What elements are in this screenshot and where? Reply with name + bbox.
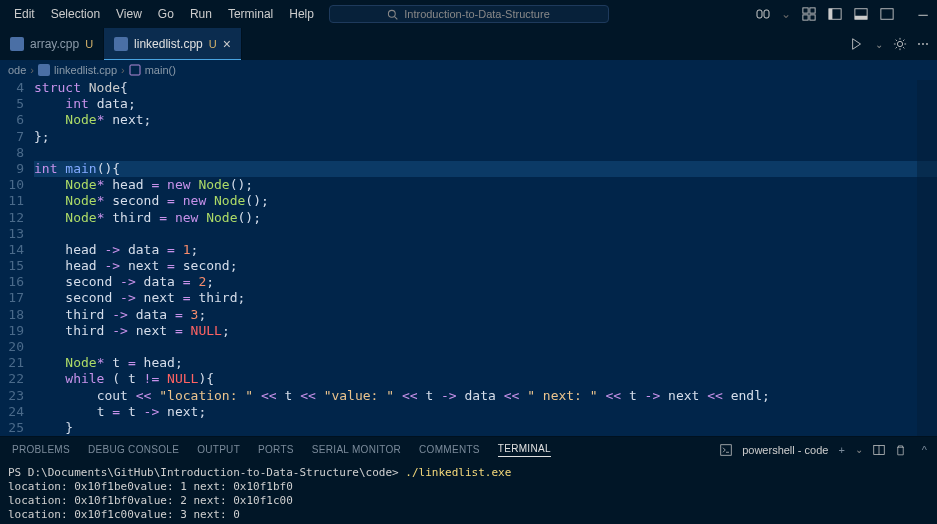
code-line[interactable]: Node* t = head; bbox=[34, 355, 937, 371]
code-line[interactable]: second -> data = 2; bbox=[34, 274, 937, 290]
new-terminal-icon[interactable]: + bbox=[838, 444, 844, 456]
code-line[interactable]: head -> next = second; bbox=[34, 258, 937, 274]
panel-tab-debug-console[interactable]: DEBUG CONSOLE bbox=[88, 444, 179, 455]
terminal-line: location: 0x10f1be0value: 1 next: 0x10f1… bbox=[8, 480, 929, 494]
editor-tab-bar: array.cppUlinkedlist.cppU× ⌄ ⋯ bbox=[0, 28, 937, 60]
menu-selection[interactable]: Selection bbox=[43, 3, 108, 25]
svg-rect-16 bbox=[130, 65, 140, 75]
terminal-output[interactable]: PS D:\Documents\GitHub\Introduction-to-D… bbox=[0, 462, 937, 524]
search-icon bbox=[387, 9, 398, 20]
cpp-file-icon bbox=[38, 64, 50, 76]
code-line[interactable]: third -> next = NULL; bbox=[34, 323, 937, 339]
svg-rect-6 bbox=[803, 15, 808, 20]
terminal-line: location: 0x10f1c00value: 3 next: 0 bbox=[8, 508, 929, 522]
code-line[interactable]: struct Node{ bbox=[34, 80, 937, 96]
editor[interactable]: 4567891011121314151617181920212223242526… bbox=[0, 80, 937, 436]
symbol-method-icon bbox=[129, 64, 141, 76]
terminal-command: ./linkedlist.exe bbox=[405, 466, 511, 479]
breadcrumb-file: linkedlist.cpp bbox=[54, 64, 117, 76]
kill-terminal-icon[interactable] bbox=[895, 444, 906, 456]
terminal-shell-label[interactable]: powershell - code bbox=[742, 444, 828, 456]
code-area[interactable]: struct Node{ int data; Node* next;};int … bbox=[34, 80, 937, 436]
tab-label: linkedlist.cpp bbox=[134, 37, 203, 51]
minimap[interactable] bbox=[917, 80, 937, 436]
code-line[interactable]: second -> next = third; bbox=[34, 290, 937, 306]
svg-rect-7 bbox=[810, 15, 815, 20]
svg-rect-17 bbox=[721, 444, 732, 455]
code-line[interactable] bbox=[34, 339, 937, 355]
menu-run[interactable]: Run bbox=[182, 3, 220, 25]
code-line[interactable]: Node* next; bbox=[34, 112, 937, 128]
title-bar: EditSelectionViewGoRunTerminalHelp ← → I… bbox=[0, 0, 937, 28]
terminal-line: location: 0x10f1bf0value: 2 next: 0x10f1… bbox=[8, 494, 929, 508]
line-number-gutter: 4567891011121314151617181920212223242526 bbox=[0, 80, 34, 436]
tab-modified-badge: U bbox=[85, 38, 93, 50]
maximize-panel-icon[interactable]: ^ bbox=[922, 444, 927, 456]
layout-panel-icon[interactable] bbox=[853, 6, 869, 22]
menu-bar: EditSelectionViewGoRunTerminalHelp bbox=[6, 3, 322, 25]
svg-rect-13 bbox=[890, 9, 894, 20]
code-line[interactable]: }; bbox=[34, 129, 937, 145]
svg-rect-11 bbox=[855, 16, 867, 20]
breadcrumb[interactable]: ode › linkedlist.cpp › main() bbox=[0, 60, 937, 80]
search-placeholder: Introduction-to-Data-Structure bbox=[404, 8, 550, 20]
code-line[interactable] bbox=[34, 145, 937, 161]
panel-tab-comments[interactable]: COMMENTS bbox=[419, 444, 480, 455]
code-line[interactable]: while ( t != NULL){ bbox=[34, 371, 937, 387]
svg-point-14 bbox=[897, 41, 902, 46]
copilot-chevron-icon[interactable]: ⌄ bbox=[781, 7, 791, 21]
close-icon[interactable]: × bbox=[223, 36, 231, 52]
settings-gear-icon[interactable] bbox=[893, 37, 907, 51]
code-line[interactable]: int main(){ bbox=[34, 161, 937, 177]
code-line[interactable]: } bbox=[34, 420, 937, 436]
terminal-shell-icon[interactable] bbox=[720, 444, 732, 456]
svg-rect-3 bbox=[764, 10, 769, 18]
cpp-file-icon bbox=[114, 37, 128, 51]
editor-tab[interactable]: linkedlist.cppU× bbox=[104, 28, 242, 60]
more-actions-icon[interactable]: ⋯ bbox=[917, 37, 929, 51]
layout-customize-icon[interactable] bbox=[801, 6, 817, 22]
svg-rect-5 bbox=[810, 8, 815, 13]
panel-tab-bar: PROBLEMSDEBUG CONSOLEOUTPUTPORTSSERIAL M… bbox=[0, 436, 937, 462]
panel-tab-ports[interactable]: PORTS bbox=[258, 444, 294, 455]
new-terminal-chevron-icon[interactable]: ⌄ bbox=[855, 444, 863, 455]
code-line[interactable]: cout << "location: " << t << "value: " <… bbox=[34, 388, 937, 404]
cpp-file-icon bbox=[10, 37, 24, 51]
layout-sidebar-right-icon[interactable] bbox=[879, 6, 895, 22]
editor-tab[interactable]: array.cppU bbox=[0, 28, 104, 60]
minimize-icon[interactable]: ─ bbox=[915, 6, 931, 22]
code-line[interactable]: Node* head = new Node(); bbox=[34, 177, 937, 193]
panel-tab-serial-monitor[interactable]: SERIAL MONITOR bbox=[312, 444, 401, 455]
svg-rect-15 bbox=[38, 64, 50, 76]
menu-edit[interactable]: Edit bbox=[6, 3, 43, 25]
code-line[interactable]: Node* second = new Node(); bbox=[34, 193, 937, 209]
chevron-right-icon: › bbox=[30, 64, 34, 76]
copilot-icon[interactable] bbox=[755, 6, 771, 22]
svg-line-1 bbox=[395, 16, 398, 19]
breadcrumb-folder: ode bbox=[8, 64, 26, 76]
menu-help[interactable]: Help bbox=[281, 3, 322, 25]
svg-rect-2 bbox=[757, 10, 762, 18]
command-center-search[interactable]: Introduction-to-Data-Structure bbox=[329, 5, 609, 23]
menu-terminal[interactable]: Terminal bbox=[220, 3, 281, 25]
run-chevron-icon[interactable]: ⌄ bbox=[875, 39, 883, 50]
code-line[interactable]: third -> data = 3; bbox=[34, 307, 937, 323]
layout-sidebar-left-icon[interactable] bbox=[827, 6, 843, 22]
menu-view[interactable]: View bbox=[108, 3, 150, 25]
panel-tab-terminal[interactable]: TERMINAL bbox=[498, 443, 551, 457]
tab-modified-badge: U bbox=[209, 38, 217, 50]
terminal-line: PS D:\Documents\GitHub\Introduction-to-D… bbox=[8, 466, 929, 480]
code-line[interactable]: head -> data = 1; bbox=[34, 242, 937, 258]
code-line[interactable]: int data; bbox=[34, 96, 937, 112]
panel-tab-problems[interactable]: PROBLEMS bbox=[12, 444, 70, 455]
run-play-icon[interactable] bbox=[849, 37, 865, 51]
split-terminal-icon[interactable] bbox=[873, 444, 885, 456]
chevron-right-icon: › bbox=[121, 64, 125, 76]
tab-label: array.cpp bbox=[30, 37, 79, 51]
code-line[interactable] bbox=[34, 226, 937, 242]
menu-go[interactable]: Go bbox=[150, 3, 182, 25]
svg-rect-9 bbox=[829, 9, 833, 20]
code-line[interactable]: t = t -> next; bbox=[34, 404, 937, 420]
code-line[interactable]: Node* third = new Node(); bbox=[34, 210, 937, 226]
panel-tab-output[interactable]: OUTPUT bbox=[197, 444, 240, 455]
